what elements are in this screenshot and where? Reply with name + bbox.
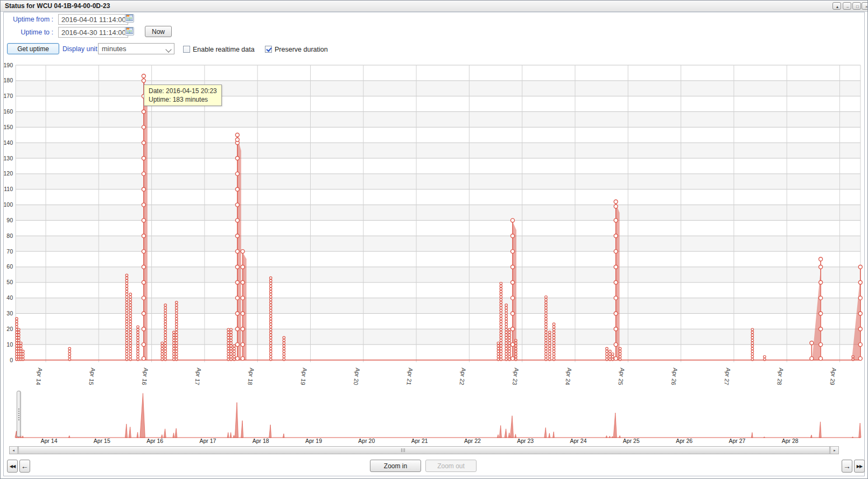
svg-text:90: 90 bbox=[6, 217, 13, 223]
svg-text:0: 0 bbox=[10, 357, 13, 363]
scroll-left-icon[interactable]: ◂ bbox=[10, 447, 18, 454]
uptime-from-calendar-icon[interactable] bbox=[125, 14, 134, 23]
uptime-from-input[interactable] bbox=[58, 14, 128, 25]
scrollbar-thumb[interactable] bbox=[18, 447, 830, 454]
svg-text:20: 20 bbox=[6, 326, 13, 332]
zoom-out-button: Zoom out bbox=[425, 460, 477, 472]
svg-text:180: 180 bbox=[3, 77, 13, 83]
display-unit-select[interactable]: minutes bbox=[98, 43, 174, 54]
svg-text:160: 160 bbox=[3, 108, 13, 115]
chart-tooltip: Date: 2016-04-15 20:23 Uptime: 183 minut… bbox=[144, 84, 222, 106]
svg-text:Apr 19: Apr 19 bbox=[305, 438, 322, 444]
page-last-button[interactable]: ▶▶ bbox=[854, 460, 865, 473]
window-title: Status for WCU 04-1B-94-00-0D-23 bbox=[5, 1, 110, 11]
svg-text:Apr 21: Apr 21 bbox=[411, 438, 428, 444]
preserve-duration-label: Preserve duration bbox=[275, 46, 328, 53]
preserve-duration-checkbox[interactable] bbox=[265, 46, 272, 53]
tooltip-date: Date: 2016-04-15 20:23 bbox=[149, 87, 217, 95]
svg-text:Apr 26: Apr 26 bbox=[676, 438, 692, 444]
scroll-right-icon[interactable]: ▸ bbox=[830, 447, 838, 454]
svg-text:Apr 15: Apr 15 bbox=[94, 438, 110, 444]
handle-grip-icon bbox=[18, 408, 19, 420]
svg-text:Apr 22: Apr 22 bbox=[464, 438, 481, 444]
uptime-to-input[interactable] bbox=[58, 27, 128, 38]
overview-chart[interactable]: Apr 14Apr 15Apr 16Apr 17Apr 18Apr 19Apr … bbox=[1, 382, 868, 445]
svg-text:Apr 24: Apr 24 bbox=[570, 438, 587, 444]
svg-text:100: 100 bbox=[3, 201, 13, 208]
uptime-chart[interactable]: 0102030405060708090100110120130140150160… bbox=[1, 59, 868, 403]
svg-text:Apr 27: Apr 27 bbox=[729, 438, 745, 444]
svg-text:40: 40 bbox=[6, 294, 13, 301]
get-uptime-button[interactable]: Get uptime bbox=[7, 43, 59, 54]
close-icon[interactable]: × bbox=[862, 2, 868, 10]
horizontal-scrollbar[interactable]: ◂ ▸ bbox=[9, 446, 839, 454]
page-next-button[interactable]: → bbox=[842, 460, 852, 473]
svg-text:Apr 14: Apr 14 bbox=[41, 438, 58, 444]
enable-realtime-label: Enable realtime data bbox=[193, 46, 255, 53]
svg-text:Apr 23: Apr 23 bbox=[517, 438, 534, 444]
uptime-to-label: Uptime to : bbox=[6, 29, 53, 36]
svg-text:130: 130 bbox=[3, 155, 13, 161]
svg-text:170: 170 bbox=[3, 93, 13, 99]
minimize-icon[interactable]: – bbox=[843, 2, 851, 10]
shade-window-icon[interactable]: ▴ bbox=[832, 2, 841, 10]
svg-text:Apr 28: Apr 28 bbox=[782, 438, 799, 444]
svg-text:120: 120 bbox=[3, 170, 13, 177]
tooltip-uptime: Uptime: 183 minutes bbox=[149, 95, 217, 104]
enable-realtime-checkbox[interactable] bbox=[183, 46, 190, 53]
status-window: Status for WCU 04-1B-94-00-0D-23 ▴ – □ ×… bbox=[0, 0, 868, 479]
overview-range-handle[interactable] bbox=[17, 391, 21, 437]
svg-text:190: 190 bbox=[3, 62, 13, 68]
page-prev-button[interactable]: ← bbox=[19, 460, 30, 473]
svg-text:70: 70 bbox=[6, 248, 13, 255]
svg-text:Apr 17: Apr 17 bbox=[199, 438, 216, 444]
page-first-button[interactable]: ◀◀ bbox=[7, 460, 18, 473]
svg-text:140: 140 bbox=[3, 139, 13, 146]
svg-text:60: 60 bbox=[6, 263, 13, 270]
svg-text:Apr 16: Apr 16 bbox=[146, 438, 163, 444]
title-bar[interactable]: Status for WCU 04-1B-94-00-0D-23 ▴ – □ × bbox=[1, 1, 867, 12]
svg-text:Apr 18: Apr 18 bbox=[253, 438, 269, 444]
svg-text:10: 10 bbox=[6, 341, 13, 348]
svg-text:Apr 25: Apr 25 bbox=[623, 438, 640, 444]
now-button[interactable]: Now bbox=[145, 26, 172, 37]
svg-text:150: 150 bbox=[3, 124, 13, 130]
svg-text:80: 80 bbox=[6, 233, 13, 239]
svg-text:30: 30 bbox=[6, 310, 13, 316]
svg-text:110: 110 bbox=[4, 186, 13, 192]
maximize-icon[interactable]: □ bbox=[852, 2, 861, 10]
uptime-from-label: Uptime from : bbox=[6, 16, 53, 23]
uptime-to-calendar-icon[interactable] bbox=[125, 27, 134, 36]
zoom-in-button[interactable]: Zoom in bbox=[370, 460, 421, 472]
scrollbar-grip-icon bbox=[401, 448, 405, 452]
display-unit-label: Display unit : bbox=[62, 45, 101, 53]
chevron-down-icon bbox=[165, 46, 171, 52]
display-unit-value: minutes bbox=[102, 45, 127, 53]
svg-text:50: 50 bbox=[6, 279, 13, 285]
svg-text:Apr 20: Apr 20 bbox=[358, 438, 375, 444]
